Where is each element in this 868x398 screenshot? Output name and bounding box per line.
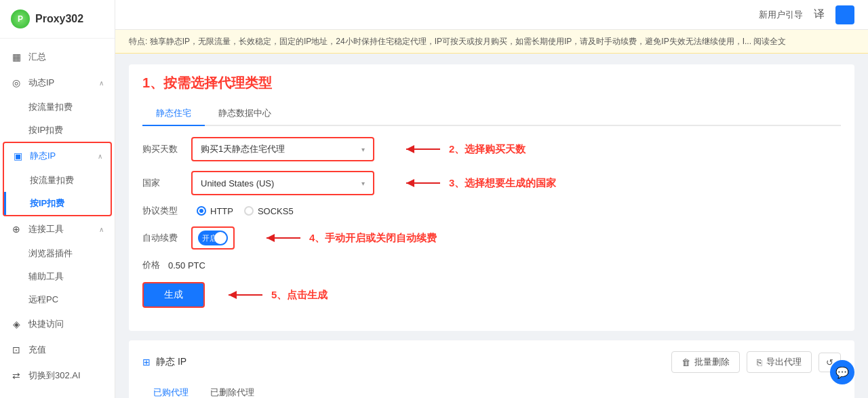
bulk-delete-label: 批量删除 xyxy=(694,356,730,368)
arrow-svg-5 xyxy=(225,288,266,302)
quick-access-icon: ◈ xyxy=(11,319,22,330)
proxy-type-tabs: 静态住宅 静态数据中心 xyxy=(142,102,841,126)
table-icon: ⊞ xyxy=(142,357,151,367)
sidebar-item-quick-access[interactable]: ◈ 快捷访问 xyxy=(0,311,115,337)
sidebar-item-helper-tool[interactable]: 辅助工具 xyxy=(0,265,115,288)
static-ip-table-section: ⊞ 静态 IP 🗑 批量删除 ⎘ 导出代理 ↺ xyxy=(129,340,854,398)
step2-label: 2、选择购买天数 xyxy=(449,143,526,156)
auto-renew-toggle[interactable]: 开启 xyxy=(198,231,228,245)
sidebar-label-api-v2: API V2 xyxy=(28,396,92,399)
tab-static-home[interactable]: 静态住宅 xyxy=(142,102,205,126)
protocol-radio-group: HTTP SOCKS5 xyxy=(197,206,294,216)
user-avatar[interactable] xyxy=(835,5,854,24)
sidebar-item-dynamic-ip[interactable]: ◎ 动态IP ∧ xyxy=(0,70,115,96)
feature-banner-text: 特点: 独享静态IP，无限流量，长效稳定，固定的IP地址，24小时保持住宅稳定代… xyxy=(129,37,786,46)
sidebar-item-static-traffic[interactable]: 按流量扣费 xyxy=(4,169,111,192)
step4-label: 4、手动开启或关闭自动续费 xyxy=(309,232,437,245)
export-proxy-button[interactable]: ⎘ 导出代理 xyxy=(747,351,812,373)
country-label: 国家 xyxy=(142,177,183,189)
feature-banner: 特点: 独享静态IP，无限流量，长效稳定，固定的IP地址，24小时保持住宅稳定代… xyxy=(115,30,868,54)
step2-annotation: 2、选择购买天数 xyxy=(403,142,526,156)
sidebar-item-dynamic-traffic[interactable]: 按流量扣费 xyxy=(0,96,115,119)
days-row: 购买天数 购买1天静态住宅代理 ▾ 购买1天静态住宅代理 xyxy=(142,137,841,161)
logo-area: P Proxy302 xyxy=(0,0,115,39)
generate-button[interactable]: 生成 xyxy=(142,282,205,308)
dashboard-icon: ▦ xyxy=(11,52,22,62)
sidebar-item-api-v2[interactable]: ⊞ API V2 ∨ xyxy=(0,389,115,398)
sidebar-item-remote-pc[interactable]: 远程PC xyxy=(0,288,115,311)
sidebar-item-dynamic-ip-fee[interactable]: 按IP扣费 xyxy=(0,119,115,142)
logo-text: Proxy302 xyxy=(35,13,83,25)
country-row: 国家 United States (US) ▾ United States (U… xyxy=(142,171,841,195)
export-label: 导出代理 xyxy=(766,356,802,368)
step3-label: 3、选择想要生成的国家 xyxy=(449,177,556,190)
protocol-http[interactable]: HTTP xyxy=(197,206,233,216)
protocol-row: 协议类型 HTTP SOCKS5 xyxy=(142,205,841,217)
country-select[interactable]: United States (US) ▾ United States (US) xyxy=(191,171,374,195)
api-icon: ⊞ xyxy=(11,395,22,398)
sidebar-item-switch-302[interactable]: ⇄ 切换到302.AI xyxy=(0,363,115,389)
step3-annotation: 3、选择想要生成的国家 xyxy=(403,176,556,190)
sidebar-label-static-ip: 静态IP xyxy=(30,150,91,162)
auto-renew-row: 自动续费 开启 4、手动开启或关闭自动续费 xyxy=(142,226,841,250)
form-wrapper: 1、按需选择代理类型 静态住宅 静态数据中心 购买天数 购买1天静态住宅代理 ▾… xyxy=(129,64,854,331)
price-value: 0.50 PTC xyxy=(168,260,205,271)
sidebar-nav: ▦ 汇总 ◎ 动态IP ∧ 按流量扣费 按IP扣费 ▣ 静态IP ∧ 按流量扣费… xyxy=(0,39,115,398)
content-area: 1、按需选择代理类型 静态住宅 静态数据中心 购买天数 购买1天静态住宅代理 ▾… xyxy=(115,54,868,398)
dynamic-ip-icon: ◎ xyxy=(11,77,22,88)
connect-tool-icon: ⊕ xyxy=(11,224,22,235)
days-label: 购买天数 xyxy=(142,143,183,155)
static-ip-header: ⊞ 静态 IP 🗑 批量删除 ⎘ 导出代理 ↺ xyxy=(142,351,841,373)
step5-label: 5、点击生成 xyxy=(271,289,328,302)
sidebar-item-dashboard[interactable]: ▦ 汇总 xyxy=(0,44,115,70)
step1-label: 1、按需选择代理类型 xyxy=(142,74,841,92)
sidebar-item-recharge[interactable]: ⊡ 充值 xyxy=(0,337,115,363)
new-user-guide-link[interactable]: 新用户引导 xyxy=(759,9,803,21)
sidebar-item-connect-tool[interactable]: ⊕ 连接工具 ∧ xyxy=(0,216,115,242)
price-label: 价格 xyxy=(142,259,160,271)
days-select[interactable]: 购买1天静态住宅代理 ▾ 购买1天静态住宅代理 xyxy=(191,137,374,161)
header-actions: 🗑 批量删除 ⎘ 导出代理 ↺ xyxy=(671,351,841,373)
export-icon: ⎘ xyxy=(757,357,762,367)
sidebar-label-quick-access: 快捷访问 xyxy=(28,318,104,330)
sidebar-label-connect-tool: 连接工具 xyxy=(28,223,92,235)
toggle-thumb xyxy=(214,232,226,244)
sidebar-label-dashboard: 汇总 xyxy=(28,51,104,63)
topbar: 新用户引导 译 xyxy=(115,0,868,30)
sidebar-label-switch-302: 切换到302.AI xyxy=(28,370,104,382)
chat-icon-symbol: 💬 xyxy=(835,366,849,379)
arrow-svg-4 xyxy=(263,231,304,245)
chat-button[interactable]: 💬 xyxy=(830,360,854,384)
recharge-icon: ⊡ xyxy=(11,344,22,355)
arrow-svg-3 xyxy=(403,176,443,190)
arrow-svg-2 xyxy=(403,142,443,156)
static-ip-title-text: 静态 IP xyxy=(156,356,186,368)
tab-static-datacenter[interactable]: 静态数据中心 xyxy=(205,102,285,126)
static-ip-title: ⊞ 静态 IP xyxy=(142,356,186,368)
step4-annotation: 4、手动开启或关闭自动续费 xyxy=(263,231,437,245)
sub-tabs: 已购代理 已删除代理 xyxy=(142,381,841,398)
price-row: 价格 0.50 PTC xyxy=(142,259,841,271)
bulk-delete-button[interactable]: 🗑 批量删除 xyxy=(671,351,740,373)
main-content: 新用户引导 译 特点: 独享静态IP，无限流量，长效稳定，固定的IP地址，24小… xyxy=(115,0,868,398)
page-area: 特点: 独享静态IP，无限流量，长效稳定，固定的IP地址，24小时保持住宅稳定代… xyxy=(115,30,868,398)
sub-tab-deleted[interactable]: 已删除代理 xyxy=(199,381,265,398)
chevron-up-icon-2: ∧ xyxy=(98,153,102,160)
protocol-label: 协议类型 xyxy=(142,205,178,217)
protocol-http-label: HTTP xyxy=(210,206,233,216)
sidebar: P Proxy302 ▦ 汇总 ◎ 动态IP ∧ 按流量扣费 按IP扣费 ▣ 静… xyxy=(0,0,115,398)
radio-socks5-dot xyxy=(244,206,254,216)
static-ip-icon: ▣ xyxy=(12,151,23,161)
switch-icon: ⇄ xyxy=(11,370,22,381)
sub-tab-purchased[interactable]: 已购代理 xyxy=(142,381,199,398)
language-icon[interactable]: 译 xyxy=(814,7,825,22)
step5-annotation: 5、点击生成 xyxy=(225,288,328,302)
sidebar-item-static-ip-fee[interactable]: 按IP扣费 xyxy=(4,192,111,215)
chevron-up-icon: ∧ xyxy=(99,79,104,87)
sidebar-item-browser-plugin[interactable]: 浏览器插件 xyxy=(0,242,115,265)
sidebar-label-recharge: 充值 xyxy=(28,344,104,356)
sidebar-label-dynamic-ip: 动态IP xyxy=(28,77,92,89)
protocol-socks5[interactable]: SOCKS5 xyxy=(244,206,294,216)
sidebar-item-static-ip[interactable]: ▣ 静态IP ∧ xyxy=(4,143,111,169)
toggle-wrapper: 开启 xyxy=(191,226,235,250)
